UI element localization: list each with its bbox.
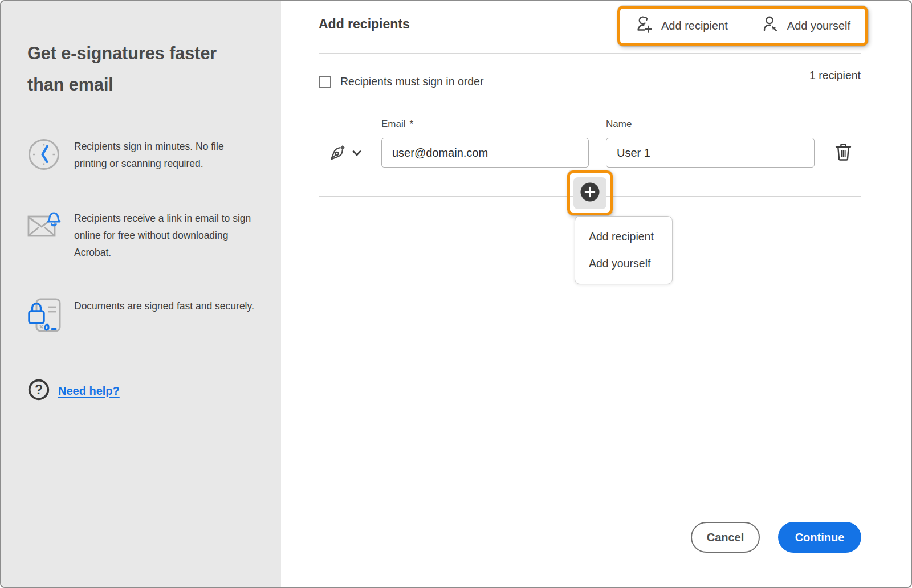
add-recipient-plus-button[interactable]	[573, 177, 606, 209]
svg-text:?: ?	[35, 382, 43, 397]
benefit-text: Recipients receive a link in email to si…	[74, 210, 255, 261]
email-notification-icon	[27, 210, 63, 244]
add-recipient-label: Add recipient	[661, 19, 728, 32]
benefit-item-email-link: Recipients receive a link in email to si…	[27, 210, 255, 261]
menu-item-add-recipient[interactable]: Add recipient	[575, 224, 672, 249]
continue-button[interactable]: Continue	[778, 522, 861, 553]
benefit-text: Recipients sign in minutes. No file prin…	[74, 138, 255, 172]
add-recipients-panel: Add recipients Add recipient	[281, 1, 911, 587]
name-field[interactable]	[606, 138, 815, 168]
cancel-button[interactable]: Cancel	[691, 522, 760, 553]
sign-in-order-checkbox[interactable]	[319, 76, 331, 88]
required-asterisk: *	[410, 119, 414, 129]
add-yourself-label: Add yourself	[787, 19, 850, 32]
need-help-link[interactable]: Need help?	[58, 385, 120, 398]
info-sidebar: Get e-signatures faster than email Recip…	[1, 1, 281, 587]
benefit-text: Documents are signed fast and securely.	[74, 297, 254, 315]
menu-item-add-yourself[interactable]: Add yourself	[575, 251, 672, 276]
add-recipient-button[interactable]: Add recipient	[635, 15, 728, 37]
benefit-item-security: Documents are signed fast and securely.	[27, 297, 255, 335]
secure-document-icon	[27, 297, 63, 335]
recipient-role-dropdown[interactable]	[329, 144, 361, 163]
add-self-icon	[761, 15, 780, 37]
benefit-item-speed: Recipients sign in minutes. No file prin…	[27, 138, 255, 173]
plus-circle-icon	[579, 181, 601, 205]
chevron-down-icon	[352, 149, 361, 158]
add-user-icon	[635, 15, 654, 37]
trash-icon	[835, 154, 852, 162]
recipient-count: 1 recipient	[809, 69, 861, 82]
add-button-highlight-box	[567, 170, 613, 215]
esign-dialog-window: Get e-signatures faster than email Recip…	[0, 0, 912, 588]
add-yourself-button[interactable]: Add yourself	[761, 15, 850, 37]
add-dropdown-menu: Add recipient Add yourself	[575, 216, 673, 284]
sign-in-order-label[interactable]: Recipients must sign in order	[340, 75, 483, 88]
pen-nib-icon	[329, 144, 347, 163]
question-circle-icon: ?	[27, 378, 50, 403]
sidebar-heading: Get e-signatures faster than email	[27, 38, 250, 100]
header-divider	[319, 53, 861, 54]
sign-in-order-row: Recipients must sign in order	[319, 75, 483, 88]
name-field-label: Name	[606, 119, 632, 130]
delete-recipient-button[interactable]	[835, 143, 852, 162]
help-block: ? Need help?	[27, 378, 120, 403]
page-title: Add recipients	[319, 17, 410, 32]
header-actions-highlight-box: Add recipient Add yourself	[617, 6, 868, 46]
clock-icon	[27, 138, 63, 173]
email-field-label: Email*	[381, 119, 413, 130]
email-field[interactable]	[381, 138, 589, 168]
